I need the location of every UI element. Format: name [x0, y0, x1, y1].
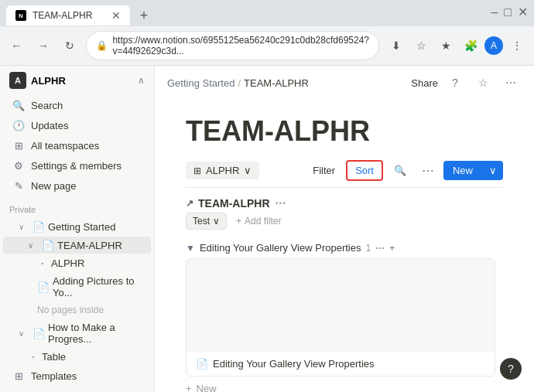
adding-pictures-icon: 📄: [37, 281, 50, 293]
page-header: Getting Started / TEAM-ALPHR Share ? ☆ ⋯: [155, 66, 534, 100]
db-view-name: ALPHR: [206, 165, 239, 176]
new-page-icon: ✎: [12, 179, 25, 192]
section-collapse-icon[interactable]: ▼: [186, 243, 195, 254]
share-button[interactable]: Share: [411, 77, 438, 89]
add-filter-label: Add filter: [245, 216, 281, 227]
filter-bar: Test ∨ + Add filter: [186, 213, 503, 230]
alphr-label: ALPHR: [51, 257, 84, 269]
sidebar-item-import[interactable]: ⬆ Import: [3, 387, 151, 392]
forward-btn[interactable]: →: [33, 35, 53, 56]
search-icon: 🔍: [12, 99, 25, 111]
tree-item-adding-pictures[interactable]: 📄 Adding Pictures to Yo...: [3, 273, 151, 301]
no-pages-label: No pages inside: [37, 305, 104, 315]
puzzle-icon[interactable]: 🧩: [460, 35, 481, 56]
card-title: Editing Your Gallery View Properties: [213, 358, 375, 370]
url-bar[interactable]: 🔒 https://www.notion.so/6955125ea56240c2…: [86, 31, 379, 60]
sidebar-item-teamspaces[interactable]: ⊞ All teamspaces: [3, 136, 151, 155]
workspace-chevron: ∧: [138, 75, 145, 86]
db-more-btn[interactable]: ⋯: [417, 160, 439, 181]
db-section: ▼ Editing Your Gallery View Properties 1…: [186, 237, 503, 392]
gallery-view-icon: ⊞: [193, 165, 201, 176]
maximize-btn[interactable]: □: [504, 5, 512, 19]
tree-item-getting-started[interactable]: ∨ 📄 Getting Started: [3, 218, 151, 235]
db-view-chevron: ∨: [244, 165, 252, 176]
how-to-make-icon: 📄: [33, 327, 45, 339]
help-header-icon[interactable]: ?: [444, 72, 466, 94]
sidebar-item-search-label: Search: [31, 100, 63, 111]
new-record-btn[interactable]: New ∨: [443, 161, 503, 180]
filter-chip-test[interactable]: Test ∨: [186, 213, 227, 230]
favorite-icon[interactable]: ☆: [472, 72, 494, 94]
window-controls: – □ ✕: [491, 5, 528, 19]
new-tab-btn[interactable]: +: [133, 5, 155, 26]
refresh-btn[interactable]: ↻: [60, 35, 80, 56]
workspace-icon: A: [9, 72, 26, 89]
getting-started-label: Getting Started: [48, 221, 115, 233]
tree-item-no-pages: No pages inside: [3, 302, 151, 318]
sidebar-item-settings-label: Settings & members: [31, 160, 122, 172]
url-text: https://www.notion.so/6955125ea56240c291…: [112, 35, 369, 56]
bookmark-icon[interactable]: ☆: [410, 35, 432, 56]
team-alphr-label: TEAM-ALPHR: [57, 240, 122, 251]
section-title[interactable]: Editing Your Gallery View Properties: [200, 242, 361, 254]
sort-label: Sort: [355, 165, 374, 176]
tree-item-how-to-make[interactable]: ∨ 📄 How to Make a Progres...: [3, 319, 151, 347]
tab-close-btn[interactable]: ✕: [111, 10, 121, 21]
sidebar-item-settings[interactable]: ⚙ Settings & members: [3, 156, 151, 175]
new-card-row[interactable]: + New: [186, 377, 503, 392]
tree-item-table[interactable]: • Table: [3, 349, 151, 365]
how-to-make-label: How to Make a Progres...: [48, 322, 145, 345]
sidebar-item-updates[interactable]: 🕐 Updates: [3, 116, 151, 135]
sidebar-item-new-page-label: New page: [31, 180, 77, 192]
updates-icon: 🕐: [12, 119, 25, 131]
tree-item-team-alphr[interactable]: ∨ 📄 TEAM-ALPHR: [3, 237, 151, 254]
tab-favicon: N: [15, 10, 26, 21]
more-options-icon[interactable]: ⋯: [500, 72, 522, 94]
breadcrumb-parent[interactable]: Getting Started: [167, 77, 234, 89]
close-btn[interactable]: ✕: [518, 5, 528, 19]
new-btn-chevron[interactable]: ∨: [483, 161, 503, 180]
card-image: [187, 259, 495, 352]
card-body: 📄 Editing Your Gallery View Properties: [187, 352, 495, 376]
sort-btn[interactable]: Sort: [346, 160, 383, 181]
section-dots-icon[interactable]: ⋯: [375, 243, 385, 254]
workspace-header[interactable]: A ALPHR ∧: [0, 66, 154, 95]
profile-icon[interactable]: A: [484, 36, 503, 55]
db-view-header-dots[interactable]: ⋯: [275, 197, 286, 210]
breadcrumb-separator: /: [238, 77, 241, 89]
download-icon[interactable]: ⬇: [385, 35, 407, 56]
search-db-btn[interactable]: 🔍: [388, 162, 412, 179]
active-tab[interactable]: N TEAM-ALPHR ✕: [6, 5, 130, 26]
sidebar-item-search[interactable]: 🔍 Search: [3, 96, 151, 114]
extension-icon[interactable]: ★: [435, 35, 457, 56]
teamspaces-icon: ⊞: [12, 139, 25, 152]
tab-bar: – □ ✕ N TEAM-ALPHR ✕ +: [0, 0, 534, 26]
how-to-make-chevron: ∨: [19, 329, 29, 338]
gallery-card[interactable]: 📄 Editing Your Gallery View Properties: [186, 258, 495, 377]
db-view-header-name[interactable]: TEAM-ALPHR: [198, 197, 270, 210]
workspace-name: ALPHR: [31, 75, 133, 87]
section-count: 1: [366, 243, 371, 254]
back-btn[interactable]: ←: [6, 35, 26, 56]
lock-icon: 🔒: [96, 40, 108, 51]
browser-actions: ⬇ ☆ ★ 🧩 A ⋮: [385, 35, 528, 56]
menu-btn[interactable]: ⋮: [506, 35, 528, 56]
search-db-icon: 🔍: [394, 165, 406, 176]
breadcrumb-current: TEAM-ALPHR: [244, 77, 309, 89]
new-row-plus: +: [186, 383, 192, 392]
add-filter-btn[interactable]: + Add filter: [231, 213, 286, 229]
db-view-selector[interactable]: ⊞ ALPHR ∨: [186, 162, 259, 179]
sidebar-item-templates[interactable]: ⊞ Templates: [3, 366, 151, 385]
filter-btn[interactable]: Filter: [306, 162, 341, 179]
sidebar-item-teamspaces-label: All teamspaces: [31, 140, 99, 152]
tab-title: TEAM-ALPHR: [33, 10, 105, 21]
tree-item-alphr[interactable]: • ALPHR: [3, 255, 151, 271]
section-plus-icon[interactable]: +: [389, 243, 395, 254]
db-view-header: ↗ TEAM-ALPHR ⋯: [186, 197, 503, 210]
private-section-label: Private: [0, 196, 154, 217]
sidebar-item-new-page[interactable]: ✎ New page: [3, 176, 151, 195]
team-alphr-chevron: ∨: [28, 241, 39, 250]
table-label: Table: [42, 351, 66, 363]
help-button[interactable]: ?: [500, 358, 522, 380]
minimize-btn[interactable]: –: [491, 5, 498, 19]
